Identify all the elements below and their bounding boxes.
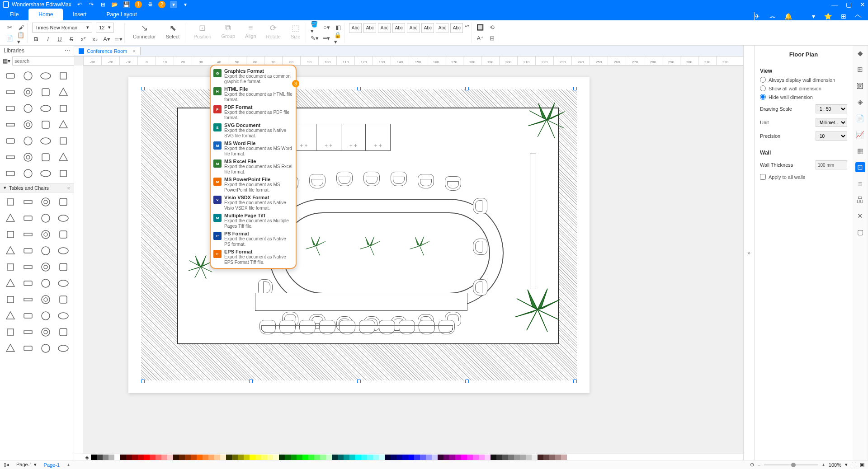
close-tab-icon[interactable]: × [132,48,135,54]
text-style-icon[interactable]: A⁺ [476,34,484,42]
plant-1[interactable] [526,99,567,140]
library-shape[interactable] [2,259,19,275]
color-swatch[interactable] [561,455,567,460]
color-swatch[interactable] [191,455,197,460]
eyedropper-icon[interactable]: ◈ [85,454,89,460]
color-swatch[interactable] [167,455,173,460]
color-swatch[interactable] [373,455,379,460]
color-swatch[interactable] [120,455,126,460]
library-shape[interactable] [38,243,54,258]
shape-icon[interactable]: ○▾ [322,23,330,32]
row-chairs[interactable] [259,320,455,334]
library-shape[interactable] [55,166,72,181]
export-pdf-format[interactable]: PPDF FormatExport the document as PDF fi… [211,103,296,122]
find-icon[interactable]: 🔲 [476,23,484,32]
color-swatch[interactable] [238,455,244,460]
library-shape[interactable] [38,133,54,149]
library-shape[interactable] [38,84,54,100]
precision-select[interactable]: 10 [816,131,847,141]
chair[interactable] [336,172,353,186]
fullscreen-icon[interactable]: ⛶ [851,462,856,468]
drawing-page[interactable]: + ++ ++ ++ + [128,77,590,393]
color-swatch[interactable] [185,455,191,460]
library-shape[interactable] [2,341,19,355]
tab-chart-icon[interactable]: 📈 [855,130,865,140]
italic-icon[interactable]: I [44,35,52,43]
library-shape[interactable] [2,166,19,181]
color-swatch[interactable] [308,455,314,460]
style-7[interactable]: Abc [436,23,448,33]
color-swatch[interactable] [261,455,267,460]
export-visio-vsdx-format[interactable]: VVisio VSDX FormatExport the document as… [211,194,296,212]
library-shape[interactable] [19,324,36,340]
rotate-button[interactable]: ⟳Rotate [263,23,284,43]
library-shape[interactable] [55,133,72,149]
color-swatch[interactable] [408,455,414,460]
radio-always[interactable]: Always display wall dimension [760,77,847,83]
library-shape[interactable] [38,324,54,340]
color-swatch[interactable] [379,455,385,460]
color-swatch[interactable] [414,455,420,460]
library-shape[interactable] [38,101,54,116]
export-ps-format[interactable]: PPS FormatExport the document as Native … [211,230,296,248]
color-swatch[interactable] [108,455,114,460]
connector-button[interactable]: ↘Connector [129,23,160,43]
tab-image-icon[interactable]: 🖼 [855,81,865,91]
color-swatch[interactable] [226,455,232,460]
color-swatch[interactable] [273,455,279,460]
line-color-icon[interactable]: ✎▾ [311,34,319,42]
library-shape[interactable] [2,117,19,132]
color-swatch[interactable] [244,455,250,460]
library-shape[interactable] [38,194,54,210]
group-button[interactable]: ⧉Group [217,23,239,43]
library-shape[interactable] [2,84,19,100]
color-swatch[interactable] [332,455,338,460]
scale-select[interactable]: 1 : 50 [816,104,847,113]
export-ms-word-file[interactable]: MMS Word FileExport the document as MS W… [211,140,296,158]
library-filter-icon[interactable]: ▤▾ [3,58,10,64]
tab-arrows-icon[interactable]: ✕ [855,211,865,221]
color-swatch[interactable] [114,455,120,460]
zoom-slider[interactable] [764,464,818,465]
close-button[interactable]: ✕ [860,1,865,8]
library-shape[interactable] [2,150,19,165]
font-size-combo[interactable]: 12▾ [96,23,114,33]
color-swatch[interactable] [126,455,132,460]
replace-icon[interactable]: ⟲ [488,23,496,32]
credenza[interactable] [255,293,467,311]
select-button[interactable]: ⬉Select [162,23,184,43]
color-swatch[interactable] [214,455,220,460]
page-tab[interactable]: Page-1 [44,462,60,468]
library-shape[interactable] [2,211,19,226]
color-swatch[interactable] [314,455,320,460]
color-swatch[interactable] [438,455,443,460]
plant-2[interactable] [513,285,562,334]
color-swatch[interactable] [532,455,538,460]
color-swatch[interactable] [396,455,402,460]
library-shape[interactable] [2,276,19,291]
document-tab[interactable]: Conference Room × [74,47,141,55]
chair[interactable] [473,279,487,295]
color-swatch[interactable] [179,455,185,460]
color-swatch[interactable] [426,455,432,460]
color-swatch[interactable] [203,455,208,460]
export-svg-document[interactable]: SSVG DocumentExport the document as Nati… [211,122,296,140]
color-swatch[interactable] [302,455,308,460]
library-shape[interactable] [2,227,19,242]
library-shape[interactable] [19,68,36,84]
chair[interactable] [473,239,487,255]
color-swatch[interactable] [520,455,526,460]
effects-icon[interactable]: ◧ [334,23,342,32]
color-swatch[interactable] [355,455,361,460]
page-select[interactable]: Page-1 ▾ [16,462,37,468]
export-ms-powerpoint-file[interactable]: MMS PowerPoint FileExport the document a… [211,176,296,194]
chevron-down-icon[interactable]: ▾ [4,185,6,191]
page-nav-icon[interactable]: ▯◂ [4,462,9,468]
library-shape[interactable] [55,227,72,242]
style-8[interactable]: Abc [450,23,463,33]
chair[interactable] [309,174,326,188]
library-shape[interactable] [19,133,36,149]
menu-file[interactable]: File [0,9,28,20]
color-swatch[interactable] [420,455,426,460]
table-plant-3[interactable] [409,235,430,257]
